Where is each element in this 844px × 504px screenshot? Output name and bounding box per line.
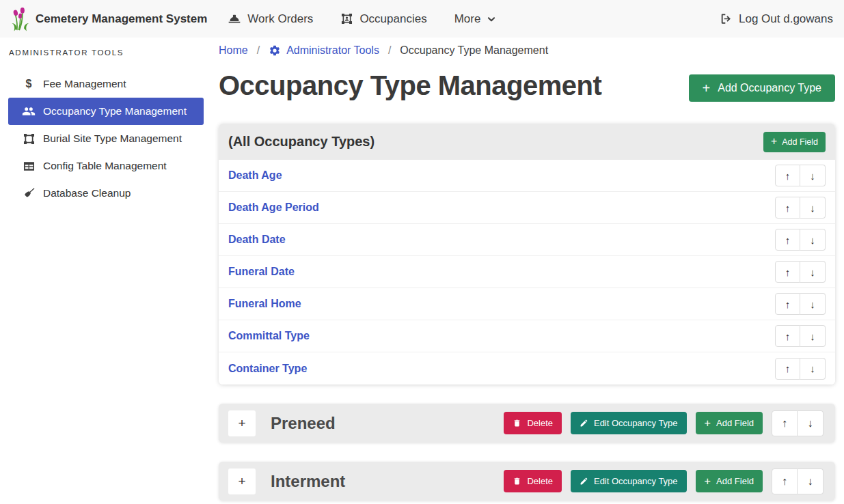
brand: Cemetery Management System: [11, 7, 207, 31]
reorder-controls: ↑ ↓: [772, 410, 823, 436]
users-icon: [21, 104, 37, 118]
logout-label: Log Out d.gowans: [739, 12, 833, 26]
edit-occupancy-type-button[interactable]: Edit Occupancy Type: [571, 412, 687, 434]
field-row: Funeral Home ↑ ↓: [219, 288, 835, 320]
add-field-button[interactable]: + Add Field: [696, 470, 763, 492]
nav-item-label: Work Orders: [247, 12, 313, 26]
delete-button[interactable]: Delete: [504, 412, 562, 434]
sidebar-item-config-table-management[interactable]: Config Table Management: [8, 152, 204, 180]
sidebar-item-label: Config Table Management: [43, 160, 167, 172]
move-up-button[interactable]: ↑: [775, 165, 800, 186]
vector-square-icon: [21, 132, 37, 145]
move-up-button[interactable]: ↑: [775, 293, 800, 315]
sidebar-item-label: Database Cleanup: [43, 187, 131, 199]
sidebar: ADMINISTRATOR TOOLS $ Fee Management Occ…: [0, 38, 212, 504]
breadcrumb: Home / Administrator Tools / Occupancy T…: [219, 44, 835, 57]
field-link-death-date[interactable]: Death Date: [228, 234, 286, 246]
sidebar-item-label: Burial Site Type Management: [43, 132, 182, 145]
card-title: (All Occupancy Types): [228, 134, 375, 150]
field-link-death-age[interactable]: Death Age: [228, 169, 282, 182]
move-down-button[interactable]: ↓: [798, 410, 823, 436]
nav-item-occupancies[interactable]: Occupancies: [340, 12, 426, 26]
field-link-death-age-period[interactable]: Death Age Period: [228, 201, 319, 214]
dollar-icon: $: [21, 78, 37, 90]
all-occupancy-types-card: (All Occupancy Types) + Add Field Death …: [219, 124, 835, 384]
move-up-button[interactable]: ↑: [775, 197, 800, 219]
add-occupancy-type-button[interactable]: + Add Occupancy Type: [689, 74, 835, 102]
sidebar-item-database-cleanup[interactable]: Database Cleanup: [8, 180, 204, 207]
plus-icon: +: [703, 83, 711, 94]
sidebar-item-occupancy-type-management[interactable]: Occupancy Type Management: [8, 98, 204, 125]
move-up-button[interactable]: ↑: [775, 229, 800, 251]
move-up-button[interactable]: ↑: [775, 261, 800, 283]
sidebar-item-label: Occupancy Type Management: [43, 105, 187, 117]
main-content: Home / Administrator Tools / Occupancy T…: [212, 38, 844, 504]
section-preneed: + Preneed Delete Edit Occupancy Type + A…: [219, 404, 835, 443]
field-link-committal-type[interactable]: Committal Type: [228, 330, 310, 342]
sign-out-icon: [720, 12, 733, 25]
reorder-controls: ↑ ↓: [775, 229, 826, 251]
field-row: Death Date ↑ ↓: [219, 224, 835, 256]
field-link-funeral-home[interactable]: Funeral Home: [228, 298, 301, 310]
expand-button[interactable]: +: [228, 468, 256, 494]
nav-item-work-orders[interactable]: Work Orders: [228, 12, 313, 26]
sidebar-item-fee-management[interactable]: $ Fee Management: [8, 70, 204, 98]
move-down-button[interactable]: ↓: [800, 197, 826, 219]
breadcrumb-admin-tools-link[interactable]: Administrator Tools: [269, 44, 379, 57]
pencil-icon: [580, 419, 588, 428]
field-link-container-type[interactable]: Container Type: [228, 363, 307, 375]
tulip-logo-icon: [11, 7, 29, 31]
move-up-button[interactable]: ↑: [775, 325, 800, 347]
breadcrumb-separator: /: [257, 44, 260, 57]
chevron-down-icon: [487, 14, 496, 24]
delete-button[interactable]: Delete: [504, 470, 562, 492]
field-row: Committal Type ↑ ↓: [219, 320, 835, 352]
occupancy-frame-icon: [340, 12, 353, 25]
top-navbar: Cemetery Management System Work Orders O…: [0, 0, 844, 38]
app-title: Cemetery Management System: [36, 12, 207, 26]
add-field-button[interactable]: + Add Field: [696, 412, 763, 434]
nav-item-more[interactable]: More: [454, 12, 497, 26]
move-up-button[interactable]: ↑: [772, 410, 798, 436]
field-link-funeral-date[interactable]: Funeral Date: [228, 266, 295, 278]
card-header: (All Occupancy Types) + Add Field: [219, 124, 835, 160]
reorder-controls: ↑ ↓: [775, 165, 826, 186]
section-interment: + Interment Delete Edit Occupancy Type +…: [219, 462, 835, 501]
trash-icon: [513, 477, 521, 486]
move-up-button[interactable]: ↑: [772, 468, 798, 494]
move-down-button[interactable]: ↓: [800, 261, 826, 283]
gear-icon: [269, 44, 281, 57]
field-row: Funeral Date ↑ ↓: [219, 256, 835, 288]
plus-icon: +: [705, 419, 711, 428]
breadcrumb-current: Occupancy Type Management: [400, 44, 548, 57]
reorder-controls: ↑ ↓: [775, 293, 826, 315]
reorder-controls: ↑ ↓: [775, 358, 826, 380]
field-row: Death Age Period ↑ ↓: [219, 192, 835, 224]
table-icon: [21, 160, 37, 173]
title-row: Occupancy Type Management + Add Occupanc…: [219, 68, 835, 103]
move-down-button[interactable]: ↓: [800, 229, 826, 251]
field-row: Death Age ↑ ↓: [219, 160, 835, 192]
breadcrumb-home-link[interactable]: Home: [219, 44, 248, 57]
expand-button[interactable]: +: [228, 410, 256, 436]
reorder-controls: ↑ ↓: [775, 261, 826, 283]
move-down-button[interactable]: ↓: [800, 358, 826, 380]
move-down-button[interactable]: ↓: [800, 293, 826, 315]
breadcrumb-separator: /: [388, 44, 391, 57]
move-down-button[interactable]: ↓: [798, 468, 823, 494]
sidebar-item-burial-site-type-management[interactable]: Burial Site Type Management: [8, 125, 204, 152]
reorder-controls: ↑ ↓: [772, 468, 823, 494]
section-title: Interment: [271, 472, 495, 491]
move-up-button[interactable]: ↑: [775, 358, 800, 380]
reorder-controls: ↑ ↓: [775, 325, 826, 347]
section-title: Preneed: [271, 414, 495, 433]
pencil-icon: [580, 477, 588, 486]
edit-occupancy-type-button[interactable]: Edit Occupancy Type: [571, 470, 687, 492]
logout-button[interactable]: Log Out d.gowans: [720, 12, 833, 26]
move-down-button[interactable]: ↓: [800, 165, 826, 186]
plus-icon: +: [705, 477, 711, 486]
hard-hat-icon: [228, 12, 241, 26]
nav-item-label: Occupancies: [359, 12, 426, 26]
add-field-button[interactable]: + Add Field: [763, 132, 826, 152]
move-down-button[interactable]: ↓: [800, 325, 826, 347]
